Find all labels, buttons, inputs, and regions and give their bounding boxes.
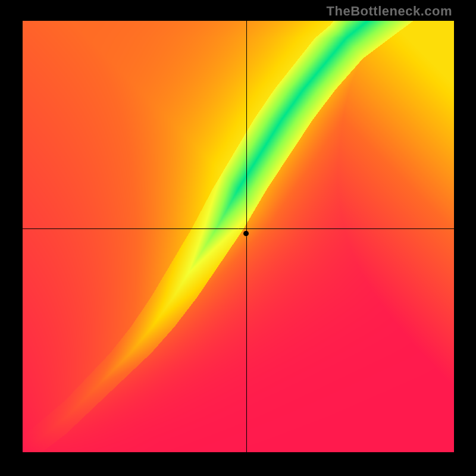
chart-frame: TheBottleneck.com xyxy=(0,0,476,476)
plot-area xyxy=(23,21,454,452)
heatmap-canvas xyxy=(23,21,454,452)
watermark-text: TheBottleneck.com xyxy=(327,4,452,19)
